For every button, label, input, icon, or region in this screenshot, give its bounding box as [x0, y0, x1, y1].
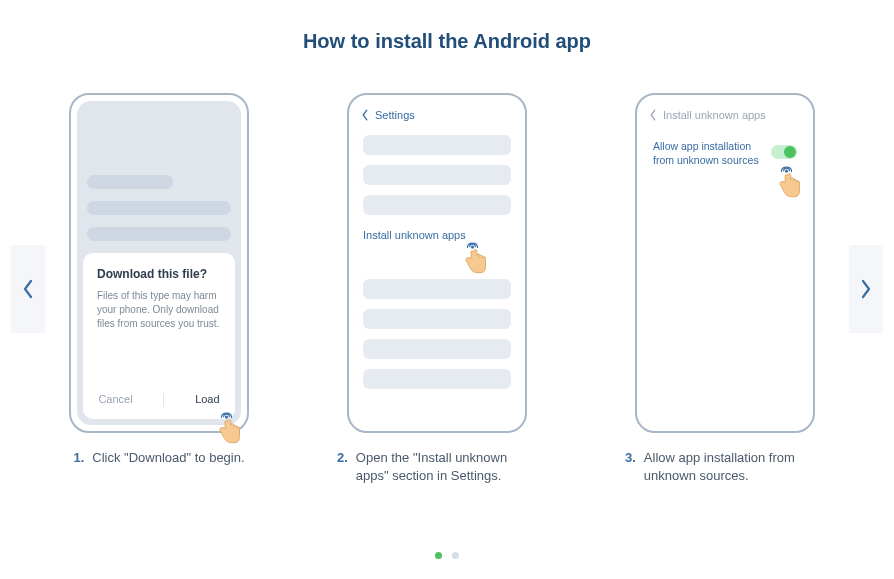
- page-dot[interactable]: [435, 552, 442, 559]
- link-label: Install unknown apps: [363, 229, 466, 241]
- step-caption: 2. Open the "Install unknown apps" secti…: [337, 449, 537, 484]
- steps-row: Download this file? Files of this type m…: [69, 93, 825, 484]
- install-unknown-apps-link[interactable]: Install unknown apps: [363, 225, 511, 251]
- dialog-title: Download this file?: [97, 267, 221, 281]
- list-item: [363, 195, 511, 215]
- list-item: [363, 165, 511, 185]
- header-label: Install unknown apps: [663, 109, 766, 121]
- page-title: How to install the Android app: [0, 0, 894, 93]
- tap-hand-icon: [767, 155, 807, 205]
- chevron-left-icon: [361, 109, 369, 121]
- list-item: [363, 135, 511, 155]
- step-number: 3.: [625, 449, 636, 484]
- chevron-right-icon: [860, 279, 872, 299]
- cancel-button[interactable]: Cancel: [98, 393, 132, 407]
- step-3: Install unknown apps Allow app installat…: [625, 93, 825, 484]
- allow-install-toggle[interactable]: [771, 145, 797, 159]
- page-dot[interactable]: [452, 552, 459, 559]
- download-dialog: Download this file? Files of this type m…: [83, 253, 235, 419]
- next-button[interactable]: [849, 245, 883, 333]
- step-number: 1.: [73, 449, 84, 467]
- carousel: Download this file? Files of this type m…: [0, 93, 894, 484]
- step-text: Open the "Install unknown apps" section …: [356, 449, 537, 484]
- list-item: [363, 369, 511, 389]
- prev-button[interactable]: [11, 245, 45, 333]
- chevron-left-icon: [649, 109, 657, 121]
- divider: [163, 393, 164, 407]
- toggle-label: Allow app installation from unknown sour…: [653, 139, 765, 167]
- list-item: [363, 339, 511, 359]
- settings-header[interactable]: Settings: [355, 101, 519, 135]
- placeholder-line: [87, 175, 173, 189]
- placeholder-line: [87, 201, 231, 215]
- list-item: [363, 309, 511, 329]
- step-text: Allow app installation from unknown sour…: [644, 449, 825, 484]
- phone-mock-1: Download this file? Files of this type m…: [69, 93, 249, 433]
- dialog-body: Files of this type may harm your phone. …: [97, 289, 221, 331]
- chevron-left-icon: [22, 279, 34, 299]
- pagination-dots: [435, 552, 459, 559]
- step-caption: 3. Allow app installation from unknown s…: [625, 449, 825, 484]
- step-1: Download this file? Files of this type m…: [69, 93, 249, 467]
- placeholder-line: [87, 227, 231, 241]
- step-caption: 1. Click "Download" to begin.: [73, 449, 244, 467]
- phone-mock-2: Settings Install unknown apps: [347, 93, 527, 433]
- step-number: 2.: [337, 449, 348, 484]
- phone-mock-3: Install unknown apps Allow app installat…: [635, 93, 815, 433]
- header-label: Settings: [375, 109, 415, 121]
- load-button[interactable]: Load: [195, 393, 219, 407]
- step-2: Settings Install unknown apps: [337, 93, 537, 484]
- step-text: Click "Download" to begin.: [92, 449, 244, 467]
- allow-install-row: Allow app installation from unknown sour…: [651, 135, 799, 171]
- list-item: [363, 279, 511, 299]
- unknown-apps-header[interactable]: Install unknown apps: [643, 101, 807, 135]
